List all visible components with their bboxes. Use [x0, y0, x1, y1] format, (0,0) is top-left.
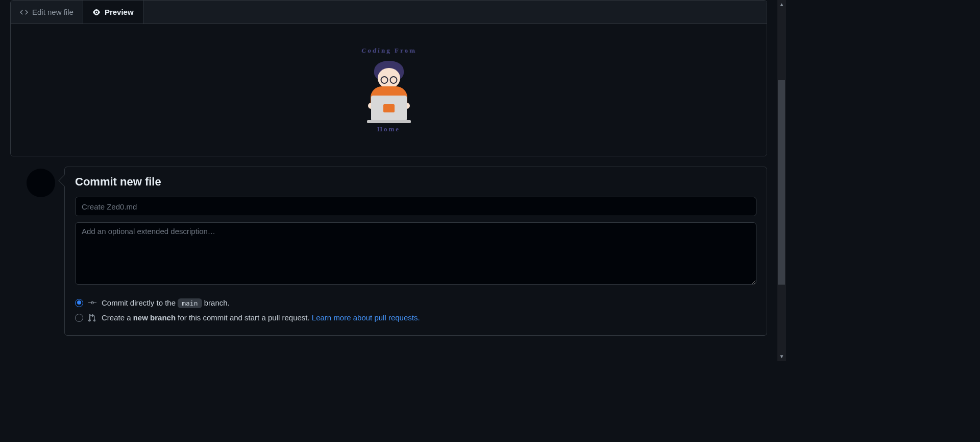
- preview-panel: Coding From Home: [11, 24, 767, 156]
- radio-input-direct[interactable]: [75, 299, 83, 307]
- commit-form: Commit new file Commit directly to the m…: [64, 167, 767, 336]
- commit-heading: Commit new file: [75, 175, 756, 189]
- code-icon: [20, 8, 28, 16]
- scrollbar-track[interactable]: [777, 9, 786, 352]
- illustration-text-bottom: Home: [351, 125, 427, 133]
- scroll-up-arrow[interactable]: ▲: [777, 0, 786, 9]
- tab-preview-label: Preview: [105, 8, 134, 16]
- tab-bar: Edit new file Preview: [11, 1, 767, 24]
- radio-new-branch-label: Create a new branch for this commit and …: [102, 313, 420, 322]
- git-commit-icon: [88, 299, 96, 307]
- radio-direct-label: Commit directly to the main branch.: [102, 298, 230, 307]
- branch-badge: main: [178, 298, 202, 308]
- illustration-text-top: Coding From: [350, 46, 428, 54]
- radio-commit-direct[interactable]: Commit directly to the main branch.: [75, 295, 756, 310]
- avatar[interactable]: [27, 169, 55, 197]
- eye-icon: [92, 8, 101, 16]
- commit-branch-options: Commit directly to the main branch. Crea…: [75, 295, 756, 325]
- tab-preview[interactable]: Preview: [83, 1, 143, 24]
- commit-description-input[interactable]: [75, 222, 756, 285]
- learn-more-link[interactable]: Learn more about pull requests.: [312, 313, 420, 322]
- vertical-scrollbar[interactable]: ▲ ▼: [777, 0, 786, 361]
- tab-edit[interactable]: Edit new file: [11, 1, 83, 24]
- scroll-down-arrow[interactable]: ▼: [777, 352, 786, 361]
- git-pull-request-icon: [88, 314, 96, 322]
- commit-summary-input[interactable]: [75, 197, 756, 216]
- scrollbar-thumb[interactable]: [778, 80, 785, 285]
- tab-edit-label: Edit new file: [32, 8, 74, 16]
- editor-container: Edit new file Preview Coding From: [10, 0, 767, 156]
- radio-input-new-branch[interactable]: [75, 314, 83, 322]
- radio-new-branch[interactable]: Create a new branch for this commit and …: [75, 310, 756, 325]
- preview-illustration: Coding From Home: [351, 46, 427, 133]
